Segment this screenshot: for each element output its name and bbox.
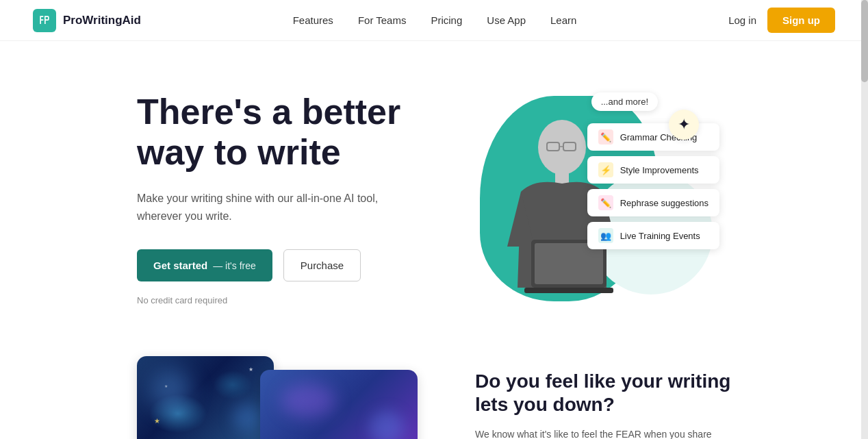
svg-rect-6 [535,243,603,284]
nav-for-teams[interactable]: For Teams [358,14,407,26]
more-bubble: ...and more! [591,92,658,111]
hero-left: There's a better way to write Make your … [137,92,434,306]
star-3: ★ [154,417,160,425]
starry-cards: ★ ★ ★ My idea in my head [137,356,420,439]
hero-section: There's a better way to write Make your … [0,41,868,356]
feature-card-0: ✏️ Grammar Checking [587,123,719,151]
nav-links: Features For Teams Pricing Use App Learn [293,14,577,26]
lower-section: ★ ★ ★ My idea in my head Do you feel lik… [0,356,868,439]
style-icon: ⚡ [598,162,613,177]
swirl-2 [233,404,260,431]
get-started-suffix: — it's free [213,260,256,271]
hero-right: ...and more! ✦ ✏️ Grammar Checking ⚡ Sty… [434,82,731,315]
feature-card-label-1: Style Improvements [620,165,699,175]
star-1: ★ [248,366,253,373]
lower-right: Do you feel like your writing lets you d… [475,356,758,439]
login-link[interactable]: Log in [728,14,756,26]
navbar-actions: Log in Sign up [728,8,835,33]
brand-name: ProWritingAid [63,14,141,27]
swirl-4 [370,411,404,439]
star-2: ★ [164,384,168,388]
logo-svg [38,14,51,27]
nav-use-app[interactable]: Use App [487,14,526,26]
scrollbar-thumb[interactable] [861,0,868,82]
lower-left: ★ ★ ★ My idea in my head [137,356,420,439]
lower-text: We know what it's like to feel the FEAR … [475,427,758,439]
svg-rect-7 [524,288,613,293]
get-started-label: Get started [153,260,207,271]
svg-point-0 [538,120,586,175]
signup-button[interactable]: Sign up [767,8,835,33]
feature-card-2: ✏️ Rephrase suggestions [587,189,719,216]
feature-card-label-2: Rephrase suggestions [620,198,709,208]
swirl-3 [281,384,335,418]
no-credit-text: No credit card required [137,295,434,305]
scrollbar[interactable] [861,0,868,439]
grammar-icon: ✏️ [598,129,613,145]
rephrase-icon: ✏️ [598,195,613,210]
hero-subtitle: Make your writing shine with our all-in-… [137,190,397,225]
nav-features[interactable]: Features [293,14,333,26]
hero-buttons: Get started — it's free Purchase [137,249,434,281]
hero-illustration: ...and more! ✦ ✏️ Grammar Checking ⚡ Sty… [452,89,713,308]
logo-link[interactable]: ProWritingAid [33,9,141,32]
feature-card-label-3: Live Training Events [620,231,700,241]
starry-card-1: ★ ★ ★ [137,356,274,439]
star-badge: ✦ [669,110,699,140]
more-bubble-text: ...and more! [601,97,648,107]
navbar: ProWritingAid Features For Teams Pricing… [0,0,868,41]
logo-icon [33,9,56,32]
feature-card-3: 👥 Live Training Events [587,222,719,249]
nav-pricing[interactable]: Pricing [431,14,462,26]
training-icon: 👥 [598,228,613,243]
swirl-1 [151,370,192,411]
lower-title: Do you feel like your writing lets you d… [475,370,758,416]
starry-card-2 [260,370,418,439]
nav-learn[interactable]: Learn [550,14,576,26]
purchase-button[interactable]: Purchase [283,249,361,281]
get-started-button[interactable]: Get started — it's free [137,249,272,281]
hero-title: There's a better way to write [137,92,434,174]
star-icon: ✦ [678,116,690,134]
feature-card-1: ⚡ Style Improvements [587,156,719,184]
feature-cards: ✏️ Grammar Checking ⚡ Style Improvements… [587,123,719,249]
